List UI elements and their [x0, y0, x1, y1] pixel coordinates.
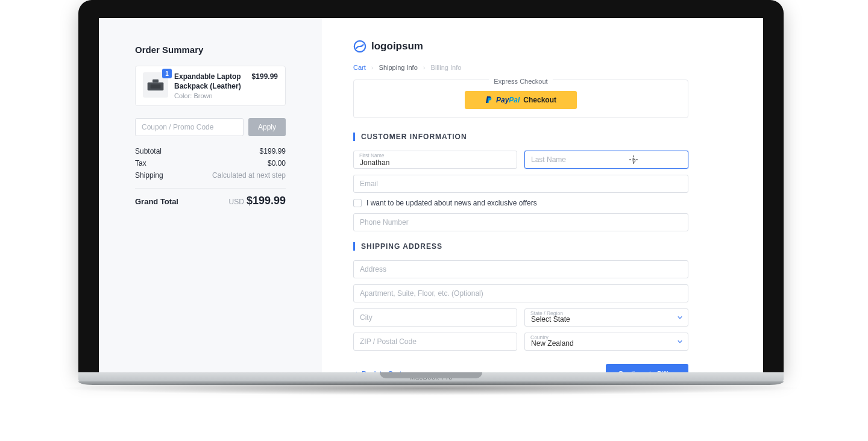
product-name: Expandable Laptop Backpack (Leather) [174, 72, 246, 91]
coupon-input[interactable] [135, 118, 244, 136]
crumb-cart[interactable]: Cart [353, 64, 366, 71]
paypal-checkout-button[interactable]: PayPal Checkout [465, 91, 577, 109]
laptop-base: MacBook Pro [78, 372, 784, 395]
last-name-field-wrap [524, 151, 688, 169]
checkout-screen: Order Summary 1 Expandable Laptop Backpa… [99, 18, 763, 374]
express-checkout-box: Express Checkout PayPal Checkout [353, 80, 688, 118]
phone-input[interactable] [353, 213, 688, 231]
newsletter-checkbox[interactable] [353, 199, 362, 207]
brand-logo-icon [353, 40, 366, 53]
quantity-badge: 1 [162, 69, 172, 78]
paypal-icon [485, 96, 492, 104]
divider [135, 188, 286, 189]
grand-total-label: Grand Total [135, 197, 178, 206]
section-customer-info: CUSTOMER INFORMATION [353, 133, 688, 141]
newsletter-label: I want to be updated about news and excl… [366, 199, 537, 207]
address-input[interactable] [353, 260, 688, 278]
chevron-down-icon [678, 315, 682, 320]
zip-input[interactable] [353, 333, 517, 351]
svg-rect-1 [153, 80, 159, 83]
checkout-form-panel: logoipsum Cart › Shipping Info › Billing… [322, 18, 763, 374]
last-name-input[interactable] [524, 151, 688, 169]
crumb-billing: Billing Info [431, 64, 462, 71]
breadcrumb: Cart › Shipping Info › Billing Info [353, 64, 688, 71]
order-summary-title: Order Summary [135, 45, 286, 55]
product-price: $199.99 [252, 72, 278, 81]
product-variant: Color: Brown [174, 92, 246, 99]
first-name-input[interactable] [353, 151, 517, 169]
tax-value: $0.00 [268, 159, 286, 167]
product-thumbnail: 1 [143, 72, 168, 98]
apply-coupon-button[interactable]: Apply [248, 118, 286, 136]
grand-total-currency: USD [229, 198, 244, 206]
screen-bezel: Order Summary 1 Expandable Laptop Backpa… [78, 0, 784, 374]
chevron-right-icon: › [371, 64, 374, 71]
shipping-label: Shipping [135, 171, 163, 180]
tax-label: Tax [135, 159, 146, 167]
trackpad-notch [380, 372, 482, 378]
express-checkout-title: Express Checkout [489, 78, 552, 85]
city-input[interactable] [353, 308, 517, 327]
state-select[interactable]: State / Region Select State [524, 308, 688, 327]
cursor-pointer-icon [629, 155, 638, 164]
chevron-down-icon [678, 339, 682, 344]
subtotal-value: $199.99 [260, 147, 286, 155]
cart-line-item: 1 Expandable Laptop Backpack (Leather) C… [135, 66, 286, 106]
section-shipping-address: SHIPPING ADDRESS [353, 242, 688, 251]
backpack-icon [146, 78, 165, 92]
chevron-right-icon: › [423, 64, 426, 71]
country-value: New Zealand [531, 339, 574, 348]
state-value: Select State [531, 315, 570, 324]
order-summary-panel: Order Summary 1 Expandable Laptop Backpa… [99, 18, 322, 374]
brand: logoipsum [353, 40, 688, 53]
email-input[interactable] [353, 175, 688, 193]
subtotal-label: Subtotal [135, 147, 162, 155]
address2-input[interactable] [353, 284, 688, 302]
crumb-shipping: Shipping Info [379, 64, 418, 71]
laptop-mockup: Order Summary 1 Expandable Laptop Backpa… [78, 0, 784, 395]
svg-rect-2 [151, 84, 161, 89]
country-select[interactable]: Country New Zealand [524, 333, 688, 351]
shipping-value: Calculated at next step [212, 171, 286, 180]
first-name-field-wrap: First Name [353, 151, 517, 169]
grand-total-amount: $199.99 [247, 195, 286, 207]
brand-name: logoipsum [371, 40, 423, 52]
